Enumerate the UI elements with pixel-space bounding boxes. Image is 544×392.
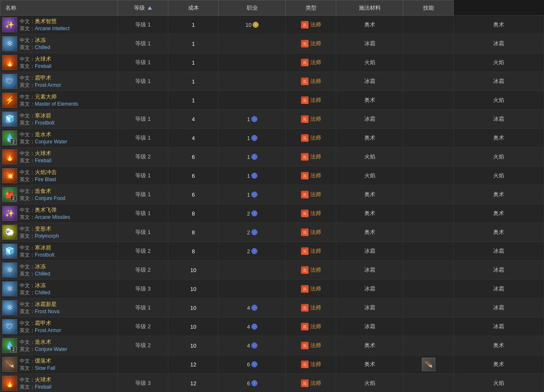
spell-name-en: 英文：Frost Nova <box>20 308 60 315</box>
mana-icon <box>251 229 257 235</box>
count-cell: 12 <box>168 355 219 374</box>
spell-name-zh-text: 变形术 <box>35 226 51 232</box>
spell-icon-bg: 🔥 <box>3 376 17 390</box>
prefix-en: 英文： <box>20 384 35 390</box>
cost-number: 6 <box>247 380 250 387</box>
spell-icon: 2💧 <box>2 130 17 145</box>
spell-name-zh: 中文：缓落术 <box>20 357 55 365</box>
class-value: 法 法师 <box>289 210 332 217</box>
spell-name-zh: 中文：霜甲术 <box>20 74 61 82</box>
class-cell: 法 法师 <box>286 317 336 336</box>
spell-name-zh: 中文：冰冻 <box>20 263 50 270</box>
class-value: 法 法师 <box>289 191 332 198</box>
cost-value: 2 <box>222 248 282 254</box>
spell-icon: 2🍎 <box>2 187 17 202</box>
spell-name-en: 英文：Arcane Intellect <box>20 25 70 32</box>
level-cell: 等级 2 <box>118 148 168 166</box>
type-cell: 火焰 <box>336 148 403 166</box>
class-cell: 法 法师 <box>286 280 336 299</box>
level-cell: 等级 1 <box>118 53 168 72</box>
class-name: 法师 <box>310 21 321 29</box>
material-cell <box>403 299 454 317</box>
skill-cell: 冰霜 <box>454 261 544 280</box>
prefix-zh: 中文： <box>20 132 35 138</box>
level-cell: 等级 1 <box>118 166 168 185</box>
spell-icon: 💥 <box>2 168 17 183</box>
material-cell: 🪶 <box>403 355 454 374</box>
spell-name-text: 中文：冰冻英文：Chilled <box>20 263 50 278</box>
class-name: 法师 <box>310 78 321 85</box>
cost-cell <box>219 72 286 91</box>
prefix-en: 英文： <box>20 271 35 277</box>
spell-name-en: 英文：Fire Blast <box>20 176 57 183</box>
class-cell: 法 法师 <box>286 204 336 223</box>
prefix-en: 英文： <box>20 346 35 352</box>
type-cell: 奥术 <box>336 355 403 374</box>
class-cell: 法 法师 <box>286 242 336 261</box>
class-name: 法师 <box>310 153 321 161</box>
prefix-zh: 中文： <box>20 151 35 156</box>
spell-name-zh-text: 冰冻 <box>35 282 46 288</box>
type-cell: 奥术 <box>336 336 403 355</box>
mana-icon <box>251 380 257 386</box>
name-cell: 2💧中文：造水术英文：Conjure Water <box>0 336 118 355</box>
mana-icon <box>251 248 257 254</box>
spell-icon: ❄ <box>2 281 17 296</box>
class-name: 法师 <box>310 172 321 179</box>
spell-name-en-text: Conjure Food <box>35 195 65 201</box>
class-icon: 法 <box>301 78 309 85</box>
table-row: ❄中文：冰冻英文：Chilled等级 210 法 法师 冰霜冰霜 <box>0 261 544 280</box>
table-row: 🛡中文：霜甲术英文：Frost Armor等级 2104 法 法师 冰霜冰霜 <box>0 317 544 336</box>
count-cell: 10 <box>168 317 219 336</box>
spell-icon: 🔥 <box>2 376 17 391</box>
cost-cell: 6 <box>219 374 286 392</box>
col-skill: 技能 <box>403 0 454 16</box>
cost-cell: 6 <box>219 355 286 374</box>
table-row: 🔥中文：火球术英文：Fireball等级 11 法 法师 火焰火焰 <box>0 53 544 72</box>
name-cell: 2🍎中文：造食术英文：Conjure Food <box>0 185 118 204</box>
class-name: 法师 <box>310 228 321 236</box>
class-name: 法师 <box>310 361 321 368</box>
prefix-en: 英文： <box>20 26 35 31</box>
level-cell <box>118 91 168 110</box>
count-cell: 1 <box>168 91 219 110</box>
cost-cell <box>219 53 286 72</box>
count-cell: 1 <box>168 16 219 34</box>
name-cell: 🧊中文：寒冰箭英文：Frostbolt <box>0 242 118 261</box>
spell-name-zh: 中文：火焰冲击 <box>20 169 57 176</box>
table-row: ❄中文：冰霜新星英文：Frost Nova等级 1104 法 法师 冰霜冰霜 <box>0 299 544 317</box>
mana-icon <box>251 135 257 141</box>
skill-cell: 火焰 <box>454 148 544 166</box>
prefix-en: 英文： <box>20 158 35 164</box>
cost-value: 4 <box>222 343 282 349</box>
type-cell: 冰霜 <box>336 261 403 280</box>
spell-name-zh-text: 霜甲术 <box>35 320 51 326</box>
class-cell: 法 法师 <box>286 16 336 34</box>
count-cell: 10 <box>168 261 219 280</box>
material-cell <box>403 280 454 299</box>
cost-number: 2 <box>247 210 250 217</box>
spell-name-zh-text: 火球术 <box>35 56 51 62</box>
col-level[interactable]: 等级 <box>118 0 168 16</box>
spell-icon-bg: 💥 <box>3 169 17 183</box>
table-row: ✨中文：奥术智慧英文：Arcane Intellect等级 1110 法 法师 … <box>0 16 544 34</box>
col-class: 职业 <box>219 0 286 16</box>
spell-icon-bg: ❄ <box>3 282 17 296</box>
prefix-zh: 中文： <box>20 18 35 24</box>
cost-cell: 1 <box>219 129 286 148</box>
spell-name-zh-text: 造水术 <box>35 339 51 345</box>
mana-icon <box>251 192 257 197</box>
spell-icon: 🧊 <box>2 112 17 127</box>
name-cell: ⚡中文：元素大师英文：Master of Elements <box>0 91 118 110</box>
material-cell <box>403 242 454 261</box>
spell-name-zh: 中文：造水术 <box>20 131 67 138</box>
class-icon: 法 <box>301 361 309 368</box>
material-cell <box>403 91 454 110</box>
prefix-en: 英文： <box>20 120 35 126</box>
count-cell: 8 <box>168 223 219 242</box>
spell-icon-bg: ✨ <box>3 18 17 32</box>
skill-cell: 火焰 <box>454 374 544 392</box>
class-icon: 法 <box>301 134 309 142</box>
level-cell: 等级 1 <box>118 223 168 242</box>
cost-cell <box>219 261 286 280</box>
